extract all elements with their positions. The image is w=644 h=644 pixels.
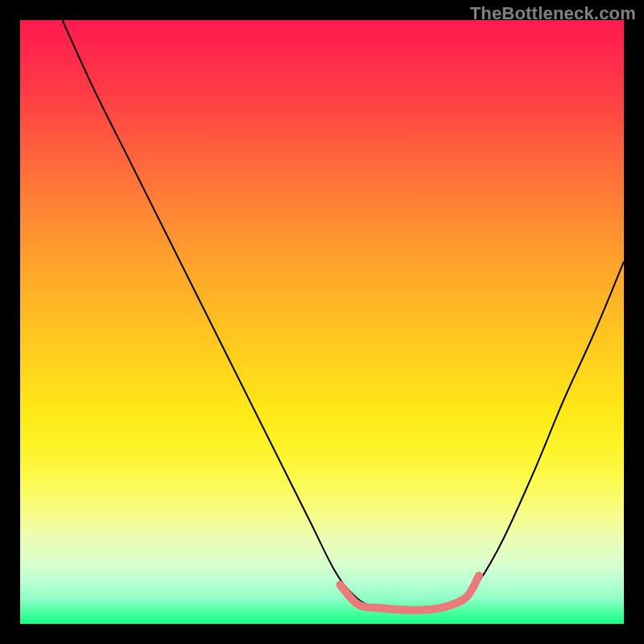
chart-stage: TheBottleneck.com — [0, 0, 644, 644]
main-curve-path — [63, 20, 625, 611]
plot-area — [20, 20, 624, 624]
curve-svg — [20, 20, 624, 624]
watermark-text: TheBottleneck.com — [470, 3, 636, 24]
bottom-marker-path — [341, 576, 480, 610]
